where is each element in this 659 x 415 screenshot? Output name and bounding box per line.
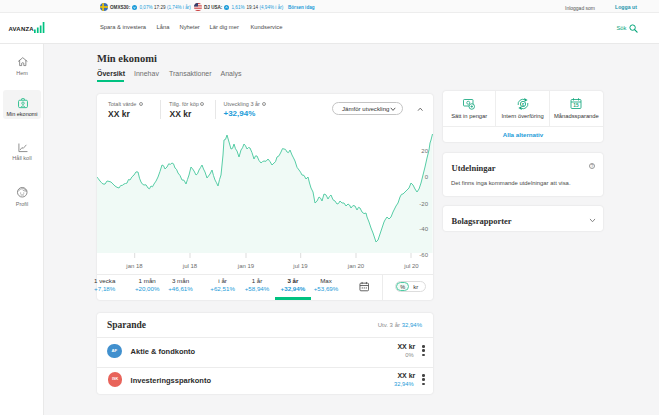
svg-text:15: 15 (574, 103, 580, 108)
